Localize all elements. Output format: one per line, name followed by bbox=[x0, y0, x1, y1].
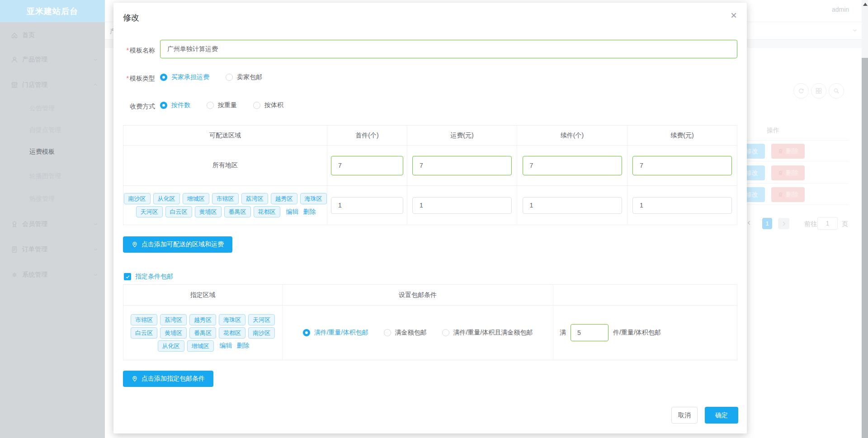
delete-button-label: 删除 bbox=[786, 147, 798, 155]
radio-selected-icon bbox=[303, 329, 310, 336]
region-tag: 番禺区 bbox=[224, 206, 251, 217]
sidebar-item-announcements[interactable]: 公告管理 bbox=[0, 99, 105, 118]
table-row-districts: 南沙区 从化区 增城区 市辖区 荔湾区 越秀区 海珠区 天河区 白云区 黄埔区 … bbox=[123, 186, 737, 225]
radio-unselected-icon bbox=[442, 329, 449, 336]
sidebar-item-shipping-templates[interactable]: 运费模板 bbox=[0, 143, 105, 161]
app-title: 亚米建站后台 bbox=[0, 0, 105, 22]
template-type-radio-group: 买家承担运费 卖家包邮 bbox=[160, 73, 278, 81]
sidebar-item-label: 系统管理 bbox=[22, 271, 47, 279]
location-pin-icon bbox=[132, 241, 138, 248]
edit-region-link[interactable]: 编辑 bbox=[220, 342, 232, 350]
region-tag: 从化区 bbox=[158, 340, 184, 352]
radio-unselected-icon bbox=[253, 102, 260, 109]
region-tag: 增城区 bbox=[183, 193, 209, 204]
location-pin-icon bbox=[132, 376, 138, 382]
radio-by-weight[interactable]: 按重量 bbox=[207, 101, 237, 109]
additional-piece-input[interactable] bbox=[523, 156, 622, 175]
edit-region-link[interactable]: 编辑 bbox=[286, 208, 299, 216]
pagination-page-input[interactable] bbox=[817, 217, 838, 230]
delete-button[interactable]: 删除 bbox=[771, 187, 805, 202]
chevron-down-icon[interactable] bbox=[852, 27, 858, 33]
region-tag: 黄埔区 bbox=[195, 206, 222, 217]
sidebar-item-orders[interactable]: 订单管理 bbox=[0, 240, 105, 259]
scroll-up-arrow-icon[interactable] bbox=[863, 3, 868, 6]
sidebar-item-pickup-points[interactable]: 自提点管理 bbox=[0, 121, 105, 139]
required-marker: * bbox=[127, 47, 129, 54]
threshold-suffix: 件/重量/体积包邮 bbox=[613, 329, 661, 337]
trash-icon bbox=[778, 192, 783, 198]
required-marker: * bbox=[127, 75, 129, 82]
grid-icon[interactable] bbox=[811, 83, 826, 99]
conditional-free-shipping-checkbox[interactable]: 指定条件包邮 bbox=[124, 273, 173, 281]
add-condition-button[interactable]: 点击添加指定包邮条件 bbox=[123, 371, 213, 387]
pagination-page-1[interactable]: 1 bbox=[762, 218, 772, 229]
scrollbar-thumb[interactable] bbox=[862, 58, 868, 438]
checkbox-checked-icon bbox=[124, 273, 131, 280]
close-icon[interactable]: × bbox=[728, 7, 740, 24]
radio-seller-free-shipping[interactable]: 卖家包邮 bbox=[226, 73, 262, 81]
sidebar-item-stores[interactable]: 门店管理 bbox=[0, 76, 105, 94]
trash-icon bbox=[778, 170, 783, 176]
pagination-unit-label: 页 bbox=[842, 220, 848, 228]
chevron-down-icon bbox=[92, 57, 99, 63]
confirm-button[interactable]: 确定 bbox=[705, 407, 738, 424]
col-header-region: 可配送区域 bbox=[123, 126, 327, 146]
pagination-goto-label: 前往 bbox=[804, 220, 817, 228]
sidebar-item-products[interactable]: 产品管理 bbox=[0, 51, 105, 69]
radio-buyer-pays[interactable]: 买家承担运费 bbox=[160, 73, 209, 81]
col-header-first-piece: 首件(个) bbox=[327, 126, 407, 146]
sidebar-item-home[interactable]: 首页 bbox=[0, 26, 105, 44]
delete-button[interactable]: 删除 bbox=[771, 165, 805, 180]
radio-by-volume[interactable]: 按体积 bbox=[253, 101, 283, 109]
first-piece-input[interactable] bbox=[331, 156, 403, 175]
refresh-icon[interactable] bbox=[793, 83, 809, 99]
region-tag: 天河区 bbox=[248, 314, 275, 325]
username[interactable]: admin bbox=[832, 6, 849, 13]
tag-line: 南沙区 从化区 增城区 市辖区 荔湾区 越秀区 海珠区 bbox=[123, 192, 328, 205]
add-region-button[interactable]: 点击添加可配送的区域和运费 bbox=[123, 236, 232, 253]
shop-icon bbox=[11, 81, 18, 89]
scrollbar[interactable] bbox=[862, 0, 868, 438]
region-tag: 越秀区 bbox=[189, 314, 216, 325]
user-icon bbox=[11, 56, 18, 63]
template-name-input[interactable] bbox=[160, 40, 737, 58]
chevron-down-icon bbox=[92, 272, 99, 278]
charge-method-radio-group: 按件数 按重量 按体积 bbox=[160, 101, 300, 109]
radio-free-by-amount[interactable]: 满金额包邮 bbox=[384, 329, 427, 337]
additional-fee-input[interactable] bbox=[632, 197, 732, 214]
delete-button[interactable]: 删除 bbox=[771, 144, 805, 159]
threshold-input[interactable] bbox=[571, 324, 609, 341]
search-icon[interactable] bbox=[829, 83, 844, 99]
delete-button-label: 删除 bbox=[786, 191, 798, 199]
template-type-label: *模板类型 bbox=[113, 75, 155, 83]
radio-free-by-quantity[interactable]: 满件/重量/体积包邮 bbox=[303, 329, 368, 337]
region-tag: 海珠区 bbox=[219, 314, 245, 325]
sidebar-item-label: 轮播图管理 bbox=[29, 172, 61, 180]
condition-radio-group: 满件/重量/体积包邮 满金额包邮 满件/重量/体积且满金额包邮 bbox=[283, 306, 553, 360]
region-tag: 南沙区 bbox=[124, 193, 151, 204]
region-tags-cell: 南沙区 从化区 增城区 市辖区 荔湾区 越秀区 海珠区 天河区 白云区 黄埔区 … bbox=[123, 186, 327, 225]
sidebar-item-carousel[interactable]: 轮播图管理 bbox=[0, 167, 105, 185]
sidebar-item-members[interactable]: 会员管理 bbox=[0, 215, 105, 233]
sidebar-item-label: 自提点管理 bbox=[29, 126, 61, 134]
pagination-prev[interactable] bbox=[746, 220, 752, 227]
additional-piece-input[interactable] bbox=[523, 197, 622, 214]
sidebar-item-hot-search[interactable]: 热搜管理 bbox=[0, 190, 105, 208]
radio-free-by-quantity-and-amount[interactable]: 满件/重量/体积且满金额包邮 bbox=[442, 329, 533, 337]
pagination-next[interactable] bbox=[778, 218, 789, 229]
table-header-row: 指定区域 设置包邮条件 bbox=[123, 285, 737, 306]
delete-region-link[interactable]: 删除 bbox=[237, 342, 250, 350]
sidebar-item-label: 订单管理 bbox=[22, 245, 47, 254]
sidebar-item-system[interactable]: 系统管理 bbox=[0, 266, 105, 284]
radio-by-piece[interactable]: 按件数 bbox=[160, 101, 190, 109]
sidebar: 亚米建站后台 首页 产品管理 门店管理 公告管理 自提点管理 运费模板 轮播图管… bbox=[0, 0, 105, 438]
shipping-fee-input[interactable] bbox=[412, 156, 512, 175]
first-piece-input[interactable] bbox=[331, 197, 403, 214]
edit-dialog: 修改 × *模板名称 *模板类型 买家承担运费 卖家包邮 收费方式 bbox=[113, 3, 747, 433]
region-tag: 白云区 bbox=[165, 206, 192, 217]
chevron-up-icon bbox=[92, 82, 99, 88]
cancel-button[interactable]: 取消 bbox=[671, 407, 698, 424]
shipping-fee-input[interactable] bbox=[412, 197, 512, 214]
delete-region-link[interactable]: 删除 bbox=[303, 208, 316, 216]
additional-fee-input[interactable] bbox=[632, 156, 732, 175]
